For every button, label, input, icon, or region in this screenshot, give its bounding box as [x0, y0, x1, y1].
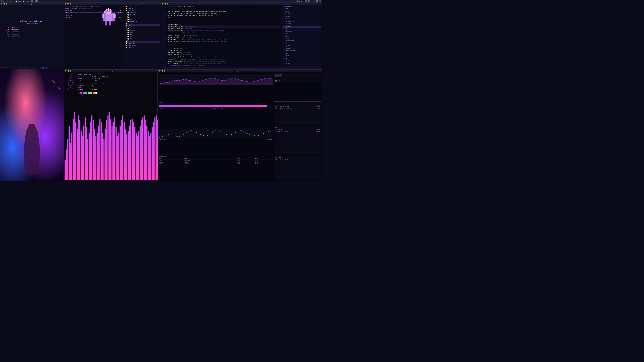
menu-history[interactable]: [S h] [History]: [7, 31, 62, 33]
term-close[interactable]: [65, 3, 66, 4]
tree-hardware[interactable]: 📁hardware: [125, 30, 160, 32]
sym-browser[interactable]: browser: [282, 38, 321, 39]
tree-lang[interactable]: 📁lang: [125, 32, 160, 33]
term-min[interactable]: [67, 3, 68, 4]
sym-dotfilesdir[interactable]: dotfilesDir: [282, 31, 321, 33]
proc-col-pid: PID: [159, 158, 184, 160]
sym-nixpkgs-patched[interactable]: ▾ nixpkgs-patched: [282, 49, 321, 51]
editor-panel[interactable]: flake.nix - nvim 1 2 3 4 5 6 7 8 9 10 11…: [161, 2, 322, 69]
cava-bar-63: [149, 136, 150, 180]
ln-20: 20: [161, 47, 166, 49]
tree-themes[interactable]: 📁themes: [125, 24, 160, 26]
tree-system[interactable]: 📁system: [125, 22, 160, 24]
cava-bar-9: [77, 129, 78, 180]
close-button[interactable]: [1, 3, 2, 4]
nf-arch-row: ARCH: x86_64: [78, 80, 156, 82]
sym-timezone[interactable]: timezone: [282, 16, 321, 17]
sym-np-name[interactable]: name: [282, 53, 321, 54]
tree-work[interactable]: 📁work: [125, 15, 160, 17]
editor-max[interactable]: [167, 3, 168, 4]
tree-desktop-png[interactable]: 📄desktop.png: [125, 44, 160, 46]
tree-worklab[interactable]: 📁worklab: [125, 17, 160, 19]
tree-shell[interactable]: 📁shell: [125, 35, 160, 37]
tree-hardensh[interactable]: 📄harden.sh: [125, 43, 160, 44]
sym-locale[interactable]: locale: [282, 17, 321, 19]
tree-user[interactable]: 📁user: [125, 26, 160, 28]
tree-pkgs[interactable]: 📁pkgs: [125, 33, 160, 35]
sym-pkgs-patches[interactable]: patches: [282, 63, 321, 64]
tree-readme-profiles[interactable]: 📄README.org: [125, 21, 160, 22]
disk-name-2: /dev/dm-0 /nix/store: [276, 131, 290, 132]
editor-close[interactable]: [162, 3, 164, 4]
topbar-ws1[interactable]: 2S: [31, 0, 33, 2]
nf-min[interactable]: [68, 70, 69, 71]
tree-profiles[interactable]: 📁profiles: [125, 9, 160, 11]
sym-spawneditor[interactable]: spawnEditor: [282, 48, 321, 49]
sym-bootmountpath[interactable]: bootMountPath: [282, 21, 321, 23]
mem-percent-label: 100%: [159, 103, 273, 105]
menu-newtab[interactable]: [t] [New tab]: [7, 33, 62, 35]
topbar-ws2[interactable]: 10S: [35, 0, 38, 2]
sym-theme[interactable]: theme: [282, 33, 321, 34]
sym-bootmode[interactable]: bootMode: [282, 19, 321, 21]
proc-name-hyprland: Hyprland: [184, 160, 236, 162]
menu-closetab[interactable]: [x] [Close tab]: [7, 35, 62, 37]
nf-arch-value: x86_64: [92, 80, 97, 82]
sym-grubdevice[interactable]: grubDevice: [282, 23, 321, 24]
sym-systemsettings[interactable]: ▾ systemSettings: [282, 9, 321, 11]
cpu-graph: [159, 75, 273, 85]
sym-name[interactable]: name: [282, 28, 321, 29]
tree-homelab[interactable]: 📁home lab: [125, 11, 160, 13]
term-max[interactable]: [70, 3, 71, 4]
tree-readme2[interactable]: 📄README.org: [125, 46, 160, 48]
sym-font[interactable]: font: [282, 43, 321, 44]
tree-style[interactable]: 📁style: [125, 37, 160, 39]
sym-term[interactable]: term: [282, 41, 321, 43]
tree-personal[interactable]: 📁personal: [125, 13, 160, 15]
sysmon-max[interactable]: [164, 70, 165, 71]
tree-wm[interactable]: 📁wm: [125, 39, 160, 41]
sym-email[interactable]: email: [282, 29, 321, 31]
sym-editor[interactable]: editor: [282, 46, 321, 48]
sysmon-min[interactable]: [162, 70, 163, 71]
sym-username[interactable]: username: [282, 26, 321, 28]
tree-app[interactable]: 📁app: [125, 28, 160, 30]
sym-defaultroamdir[interactable]: defaultRoamDir: [282, 39, 321, 41]
nf-uptime-value: 21 hours 7 minutes: [92, 82, 106, 84]
tree-wsl[interactable]: 📁wsl: [125, 19, 160, 21]
cava-bar-31: [106, 120, 107, 180]
sym-wm[interactable]: wm: [282, 34, 321, 36]
tree-git[interactable]: 📁.git: [125, 6, 160, 8]
sym-pkgs-system[interactable]: system: [282, 59, 321, 61]
sym-usersettings[interactable]: ▾ userSettings: [282, 24, 321, 26]
sym-fontpkg[interactable]: fontPkg: [282, 44, 321, 46]
sym-np-patches[interactable]: patches: [282, 56, 321, 58]
tree-patches[interactable]: 📁patches: [125, 8, 160, 9]
sym-np-system[interactable]: system: [282, 51, 321, 53]
nf-close[interactable]: [65, 70, 66, 71]
proc-secondary-title: Load Avg: [276, 157, 320, 158]
sym-hostname[interactable]: hostname: [282, 12, 321, 14]
tree-flakenix[interactable]: 📄flake.nix: [125, 41, 160, 43]
code-line-11: hostname = "snowfire"; # hostname: [168, 28, 280, 30]
minimize-button[interactable]: [4, 3, 5, 4]
sym-wmtype[interactable]: wmType: [282, 36, 321, 38]
terminal-content[interactable]: emmetPsnowfire fire:/home/emmet/.dotfile…: [64, 5, 124, 69]
sym-system[interactable]: system: [282, 11, 321, 12]
sym-np-editor[interactable]: editor: [282, 54, 321, 56]
sym-pkgs-src[interactable]: src: [282, 61, 321, 63]
sym-profile[interactable]: profile: [282, 14, 321, 16]
editor-min[interactable]: [164, 3, 166, 4]
cava-bar-39: [117, 136, 118, 180]
maximize-button[interactable]: [6, 3, 7, 4]
sym-outputs[interactable]: ▸ outputs: [282, 7, 321, 9]
sym-description[interactable]: ▸ description: [282, 6, 321, 7]
cava-bar-42: [121, 120, 122, 180]
editor-code-area[interactable]: description = "Flake of LibrePhoenix"; o…: [166, 5, 282, 67]
menu-search[interactable]: [o] [Search]: [7, 27, 62, 28]
sysmon-close[interactable]: [159, 70, 160, 71]
sym-pkgs[interactable]: ▾ pkgs: [282, 58, 321, 59]
menu-quickmarks[interactable]: [b] [Quickmarks]: [7, 29, 62, 31]
nf-max[interactable]: [70, 70, 71, 71]
cava-bar-55: [138, 131, 139, 180]
